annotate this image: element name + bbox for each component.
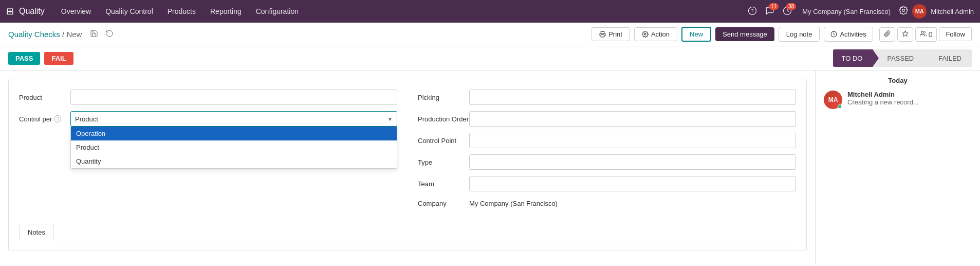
control-point-row: Control Point [418,133,796,148]
tab-notes[interactable]: Notes [19,224,54,240]
chatter-right-buttons: 0 Follow [879,27,972,42]
followers-button[interactable]: 0 [915,27,937,42]
control-per-label: Control per ? [19,115,70,123]
production-order-input[interactable] [469,111,796,127]
form-section-left: Product Control per ? Product [19,90,397,216]
picking-input[interactable] [469,90,796,105]
activities-clock-icon[interactable]: 38 [781,4,794,19]
user-name[interactable]: Mitchell Admin [931,8,974,15]
log-note-button[interactable]: Log note [779,27,820,42]
save-manually-icon[interactable] [88,28,100,41]
form-card: Product Control per ? Product [8,79,807,251]
dropdown-item-quantity[interactable]: Quantity [71,154,397,168]
chatter-message: MA Mitchell Admin Creating a new record.… [824,91,972,109]
breadcrumb: Quality Checks / New [8,30,82,39]
nav-reporting[interactable]: Reporting [204,5,248,17]
product-row: Product [19,90,397,105]
breadcrumb-actions: Print Action New Send message Log note A… [591,27,972,42]
new-button[interactable]: New [681,27,711,42]
print-button[interactable]: Print [591,27,630,41]
company-value: My Company (San Francisco) [469,198,796,209]
svg-text:?: ? [751,8,754,13]
star-icon-button[interactable] [897,27,913,42]
type-row: Type [418,154,796,170]
nav-quality-control[interactable]: Quality Control [99,5,159,17]
action-button[interactable]: Action [634,27,677,41]
team-input[interactable] [469,176,796,191]
select-arrow-icon: ▼ [387,116,393,122]
nav-right-section: ? 11 38 My Company (San Francisco) MA Mi… [746,4,974,19]
user-avatar[interactable]: MA [912,4,927,19]
support-icon[interactable]: ? [746,4,759,19]
chatter-avatar: MA [824,91,842,109]
nav-products[interactable]: Products [161,5,202,17]
control-per-select-wrapper: Product ▼ Operation Product Quantity [70,111,397,127]
team-row: Team [418,176,796,191]
nav-links: Overview Quality Control Products Report… [55,5,746,17]
nav-configuration[interactable]: Configuration [250,5,305,17]
attachment-icon-button[interactable] [879,27,895,42]
company-name: My Company (San Francisco) [802,8,891,15]
app-grid-icon[interactable]: ⊞ [6,6,14,17]
company-row: Company My Company (San Francisco) [418,198,796,209]
type-input[interactable] [469,154,796,170]
breadcrumb-bar: Quality Checks / New Print Action New Se… [0,23,980,46]
fail-button[interactable]: FAIL [44,52,73,65]
control-per-dropdown: Operation Product Quantity [70,127,397,169]
breadcrumb-parent[interactable]: Quality Checks [8,30,60,39]
team-label: Team [418,180,469,188]
chatter-area: Today MA Mitchell Admin Creating a new r… [816,70,980,264]
send-message-button[interactable]: Send message [715,27,774,41]
tab-list: Notes [19,224,796,240]
form-section-right: Picking Production Order Control Point T… [418,90,796,216]
product-label: Product [19,94,70,101]
svg-marker-7 [902,31,908,36]
picking-label: Picking [418,94,469,101]
control-per-select[interactable]: Product ▼ [70,111,397,127]
pipeline-step-failed[interactable]: FAILED [924,49,972,67]
breadcrumb-current: New [66,30,82,39]
chatter-today-label: Today [824,77,972,84]
form-grid: Product Control per ? Product [19,90,796,216]
control-per-row: Control per ? Product ▼ Operation [19,111,397,127]
chatter-content: Mitchell Admin Creating a new record... [847,91,919,109]
top-navigation: ⊞ Quality Overview Quality Control Produ… [0,0,980,23]
messages-icon[interactable]: 11 [763,4,776,19]
status-bar: PASS FAIL TO DO PASSED FAILED [0,46,980,70]
activities-badge: 38 [786,3,796,10]
app-name: Quality [19,7,45,16]
main-layout: Product Control per ? Product [0,70,980,264]
pipeline-step-todo[interactable]: TO DO [833,49,873,67]
tabs-area: Notes [19,224,796,240]
chatter-author: Mitchell Admin [847,91,919,98]
chatter-text: Creating a new record... [847,98,919,106]
dropdown-item-operation[interactable]: Operation [71,127,397,140]
discard-icon[interactable] [103,28,116,41]
control-point-input[interactable] [469,133,796,148]
breadcrumb-icons [88,28,116,41]
company-label: Company [418,200,469,207]
pipeline-step-passed[interactable]: PASSED [873,49,924,67]
nav-overview[interactable]: Overview [55,5,97,17]
svg-rect-4 [601,35,604,37]
breadcrumb-separator: / [62,30,64,39]
svg-point-5 [644,33,646,35]
product-input[interactable] [70,90,397,105]
dropdown-item-product[interactable]: Product [71,140,397,154]
follow-button[interactable]: Follow [939,27,972,41]
svg-point-8 [921,31,923,33]
production-order-row: Production Order [418,111,796,127]
production-order-label: Production Order [418,115,469,123]
online-status-dot [838,104,842,109]
form-area: Product Control per ? Product [0,70,816,264]
pipeline-steps: TO DO PASSED FAILED [833,49,972,67]
pass-button[interactable]: PASS [8,52,40,65]
svg-point-3 [902,9,905,12]
settings-icon[interactable] [899,6,908,17]
picking-row: Picking [418,90,796,105]
activities-button[interactable]: Activities [824,27,873,42]
control-per-help-icon[interactable]: ? [54,115,61,122]
control-point-label: Control Point [418,137,469,145]
messages-badge: 11 [769,3,779,10]
type-label: Type [418,158,469,166]
